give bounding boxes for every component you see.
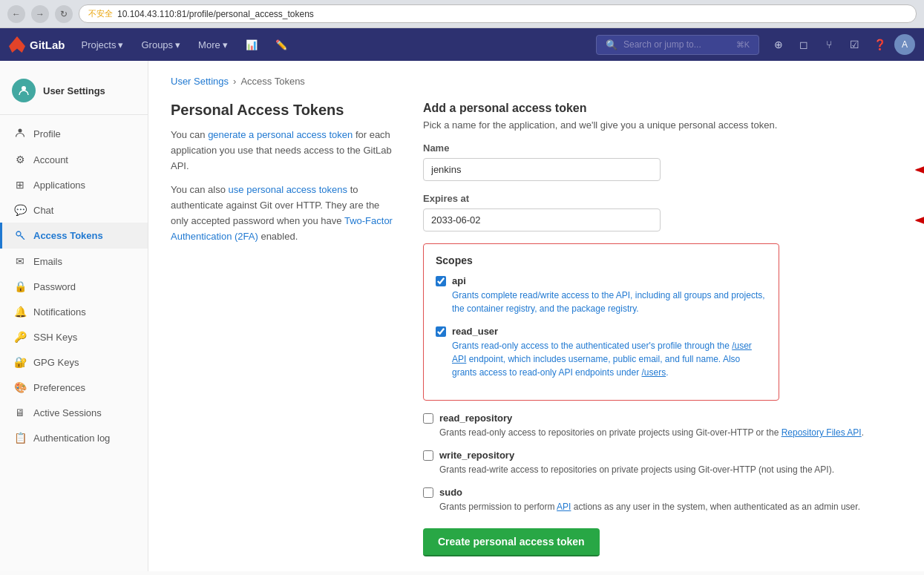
svg-point-1: [19, 129, 22, 133]
nav-activity[interactable]: 📊: [238, 35, 265, 55]
sidebar-item-active-sessions[interactable]: 🖥 Active Sessions: [0, 400, 148, 425]
content-area: User Settings › Access Tokens Personal A…: [148, 61, 924, 571]
sidebar-item-auth-log[interactable]: 📋 Authentication log: [0, 425, 148, 450]
scope-read-user-label[interactable]: read_user: [452, 326, 498, 337]
nav-more[interactable]: More ▾: [191, 35, 235, 55]
scope-read-repository-description: Grants read-only access to repositories …: [439, 426, 902, 439]
sidebar-item-label-password: Password: [33, 281, 76, 292]
refresh-button[interactable]: ↻: [55, 5, 73, 23]
sidebar-item-label-notifications: Notifications: [33, 306, 86, 318]
nav-icons: ⊕ ◻ ⑂ ☑ ❓ A: [768, 34, 915, 55]
breadcrumb-parent[interactable]: User Settings: [171, 76, 229, 87]
breadcrumb-current: Access Tokens: [240, 76, 304, 87]
emails-icon: ✉: [14, 255, 26, 267]
sidebar-item-emails[interactable]: ✉ Emails: [0, 249, 148, 274]
sidebar-item-password[interactable]: 🔒 Password: [0, 274, 148, 299]
sidebar-item-chat[interactable]: 💬 Chat: [0, 197, 148, 223]
sidebar-item-ssh-keys[interactable]: 🔑 SSH Keys: [0, 324, 148, 349]
password-icon: 🔒: [14, 280, 26, 292]
name-form-group: Name: [423, 142, 902, 181]
gpg-keys-icon: 🔐: [14, 356, 26, 368]
nav-help-icon[interactable]: ❓: [869, 34, 890, 55]
nav-avatar[interactable]: A: [894, 34, 915, 55]
sidebar-item-label-ssh-keys: SSH Keys: [33, 332, 77, 343]
svg-line-3: [21, 236, 25, 240]
sidebar-item-account[interactable]: ⚙ Account: [0, 147, 148, 172]
scope-write-repository: write_repository Grants read-write acces…: [423, 450, 902, 476]
scope-api-label[interactable]: api: [452, 275, 466, 286]
applications-icon: ⊞: [14, 179, 26, 191]
active-sessions-icon: 🖥: [14, 407, 26, 418]
back-button[interactable]: ←: [7, 5, 25, 23]
sidebar-avatar: [12, 79, 36, 102]
main-layout: User Settings Profile ⚙ Account ⊞ Applic…: [0, 61, 924, 571]
access-tokens-icon: [14, 229, 26, 242]
nav-merge-icon[interactable]: ⑂: [819, 34, 839, 55]
scope-read-repository-checkbox[interactable]: [423, 413, 433, 424]
sidebar-username: User Settings: [43, 85, 105, 96]
sidebar-item-label-applications: Applications: [33, 180, 85, 191]
scope-sudo: sudo Grants permission to perform API ac…: [423, 487, 902, 513]
sidebar: User Settings Profile ⚙ Account ⊞ Applic…: [0, 61, 148, 571]
form-title: Add a personal access token: [423, 102, 902, 115]
scope-sudo-label[interactable]: sudo: [439, 487, 462, 498]
nav-issues-icon[interactable]: ◻: [793, 34, 814, 55]
sidebar-item-label-profile: Profile: [33, 128, 61, 139]
scopes-box: Scopes api Grants complete read/write ac…: [423, 243, 779, 401]
scope-read-repository: read_repository Grants read-only access …: [423, 413, 902, 439]
sidebar-item-profile[interactable]: Profile: [0, 121, 148, 147]
scope-read-user-checkbox[interactable]: [436, 326, 446, 337]
sidebar-item-gpg-keys[interactable]: 🔐 GPG Keys: [0, 349, 148, 375]
breadcrumb-separator: ›: [233, 76, 236, 87]
sidebar-item-access-tokens[interactable]: Access Tokens: [0, 223, 148, 249]
form-subtitle: Pick a name for the application, and we'…: [423, 119, 902, 131]
security-warning: 不安全: [88, 8, 113, 19]
2fa-link[interactable]: Two-Factor Authentication (2FA): [171, 215, 393, 242]
nav-search-bar[interactable]: 🔍 Search or jump to... ⌘K: [596, 35, 759, 55]
nav-pencil[interactable]: ✏️: [268, 35, 295, 55]
nav-todo-icon[interactable]: ☑: [844, 34, 865, 55]
account-icon: ⚙: [14, 154, 26, 165]
scope-api-description: Grants complete read/write access to the…: [452, 289, 767, 315]
preferences-icon: 🎨: [14, 381, 26, 393]
scope-read-repository-label[interactable]: read_repository: [439, 413, 512, 424]
gitlab-navbar: GitLab Projects ▾ Groups ▾ More ▾ 📊 ✏️ 🔍…: [0, 28, 924, 61]
expires-input[interactable]: [423, 208, 661, 231]
right-column: Add a personal access token Pick a name …: [423, 102, 902, 556]
scopes-title: Scopes: [436, 254, 767, 266]
gitlab-logo-text: GitLab: [30, 39, 65, 51]
scope-read-user-description: Grants read-only access to the authentic…: [452, 339, 767, 379]
notifications-icon: 🔔: [14, 306, 26, 318]
scope-api-checkbox[interactable]: [436, 276, 446, 286]
expires-form-group: Expires at: [423, 193, 902, 231]
gitlab-logo[interactable]: GitLab: [9, 36, 65, 53]
scope-write-repository-label[interactable]: write_repository: [439, 450, 514, 461]
use-token-link[interactable]: use personal access tokens: [229, 184, 347, 195]
sidebar-item-notifications[interactable]: 🔔 Notifications: [0, 299, 148, 324]
scope-sudo-description: Grants permission to perform API actions…: [439, 500, 902, 513]
name-arrow-indicator: [909, 161, 924, 179]
sidebar-item-applications[interactable]: ⊞ Applications: [0, 172, 148, 197]
scope-sudo-checkbox[interactable]: [423, 487, 433, 498]
name-label: Name: [423, 142, 902, 154]
sidebar-item-label-auth-log: Authentication log: [33, 433, 110, 444]
page-desc-1: You can generate a personal access token…: [171, 128, 393, 174]
create-token-button[interactable]: Create personal access token: [423, 528, 600, 556]
scope-api: api Grants complete read/write access to…: [436, 275, 767, 315]
sidebar-item-preferences[interactable]: 🎨 Preferences: [0, 375, 148, 400]
url-bar[interactable]: 不安全 10.104.43.110:81/profile/personal_ac…: [79, 4, 917, 23]
forward-button[interactable]: →: [31, 5, 49, 23]
scope-read-user: read_user Grants read-only access to the…: [436, 326, 767, 379]
sidebar-item-label-account: Account: [33, 154, 68, 165]
svg-point-2: [16, 231, 21, 236]
chat-icon: 💬: [14, 204, 26, 216]
scope-write-repository-checkbox[interactable]: [423, 450, 433, 461]
sidebar-item-label-active-sessions: Active Sessions: [33, 407, 102, 418]
sidebar-item-label-gpg-keys: GPG Keys: [33, 357, 79, 368]
name-input[interactable]: [423, 158, 661, 181]
left-column: Personal Access Tokens You can generate …: [171, 102, 393, 556]
nav-plus-icon[interactable]: ⊕: [768, 34, 789, 55]
nav-groups[interactable]: Groups ▾: [134, 35, 188, 55]
generate-token-link[interactable]: generate a personal access token: [208, 129, 353, 140]
nav-projects[interactable]: Projects ▾: [74, 35, 131, 55]
